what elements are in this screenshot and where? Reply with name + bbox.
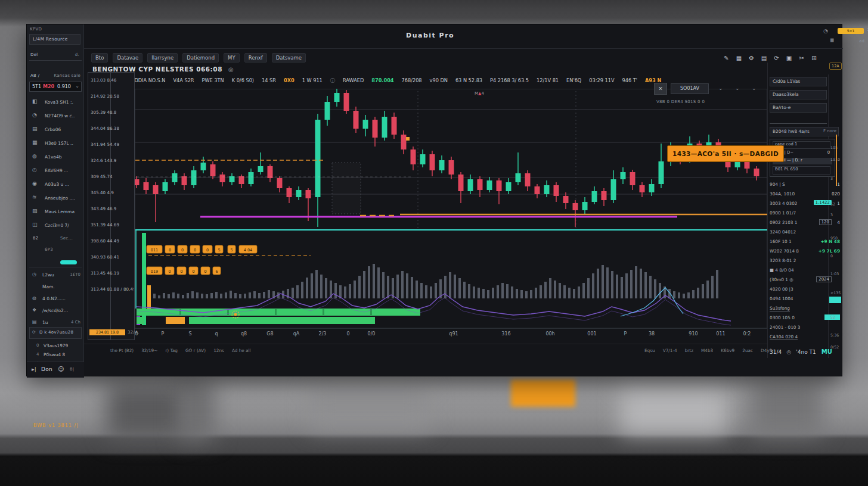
run-icon[interactable]: ▸|	[32, 366, 36, 372]
sidebar-item[interactable]: 0V3aus1979	[27, 342, 84, 350]
panel-row[interactable]: 304A, 1010020	[770, 190, 840, 198]
layout-icon[interactable]: ⊞	[808, 55, 820, 61]
panel-row[interactable]: 0900 1 01/7	[770, 209, 840, 217]
sidebar-item[interactable]: ≋Anseubjeo ....	[27, 192, 84, 205]
panel-row[interactable]: ■ 4 8/O 04	[770, 266, 840, 275]
sidebar-item[interactable]: ◍4 0.N2......	[27, 294, 84, 304]
panel-row-label: W202 7014 8	[770, 248, 799, 254]
panel-row[interactable]: CA304 020 4	[770, 333, 840, 341]
grid-icon[interactable]: ▦	[733, 55, 745, 61]
save-icon[interactable]: ▣	[783, 55, 795, 61]
sidebar-item[interactable]: ▨Maus Lemma	[27, 205, 84, 219]
clock-icon: ◎	[786, 349, 791, 355]
x-tick: 0	[346, 331, 349, 337]
chart-canvas[interactable]: 0110000554 04019000060PSqq8G8qA2/300/0q9…	[135, 89, 767, 341]
right-panel-footer[interactable]: 31/4 ◎ '4no T1 MU	[770, 345, 841, 357]
menu-item[interactable]: Datavae	[113, 53, 142, 63]
panel-row-box[interactable]: 2024	[816, 276, 832, 282]
panel-row[interactable]: 0902 2103 11204	[770, 219, 840, 227]
panel-row[interactable]: Su3sfong	[770, 304, 840, 313]
menu-item[interactable]: Bto	[91, 53, 108, 63]
info-circle-icon[interactable]: ◔	[823, 28, 828, 34]
volume-bar	[458, 278, 461, 298]
panel-row[interactable]: 3240 04012	[770, 228, 840, 236]
sidebar-item[interactable]: ◔N274O9 w c..	[27, 110, 84, 123]
layers-icon[interactable]: ▤	[758, 55, 770, 61]
scale-tick: 950	[830, 236, 838, 240]
volume-bar	[549, 278, 551, 298]
volume-bar	[406, 273, 408, 298]
sidebar-item[interactable]: ◴EAV6H9 ...	[27, 164, 84, 177]
candle-body	[287, 188, 292, 197]
cut-icon[interactable]: ✂	[795, 55, 808, 61]
sidebar-item[interactable]: ◉A03u3 u ...	[27, 178, 84, 191]
stat-item: v90 DN	[430, 77, 448, 83]
chevron-down-icon[interactable]: ⌄	[752, 85, 757, 91]
settings-row-value: 0	[827, 150, 830, 155]
sidebar-item[interactable]: ◧Kova3 SH1 :.	[27, 96, 84, 109]
symbol-selector[interactable]: 5T1 M20 0.910 ⌄	[29, 82, 82, 92]
right-panel-header-row[interactable]: C/d0a L1Vas	[770, 77, 827, 86]
volume-bar	[511, 286, 513, 298]
volume-bar	[253, 291, 256, 298]
sidebar-item[interactable]: ◷L2wu1£T0	[27, 270, 84, 281]
chart-header-icon[interactable]: ◎	[228, 66, 234, 73]
sidebar-icons-row[interactable]: 82 Sec...	[27, 234, 84, 245]
volume-bar	[311, 273, 313, 298]
sidebar-item[interactable]: ◍A1va4b	[27, 151, 84, 164]
search-row[interactable]: Del d.	[29, 51, 82, 61]
right-panel-header-row[interactable]: Ba/rto-e	[770, 103, 827, 113]
resource-box[interactable]: L/4M Resource	[29, 34, 80, 45]
panel-row[interactable]: (30m0 1 ◎2024	[770, 276, 840, 284]
panel-row-box[interactable]: 120	[819, 219, 832, 225]
sidebar-item[interactable]: Mam.	[27, 282, 84, 292]
timeframe-dropdown[interactable]: SO01AV	[671, 83, 709, 94]
right-panel-header-row[interactable]: Daaso3kela	[770, 90, 827, 99]
gear-icon[interactable]: ⚙	[745, 55, 758, 61]
sidebar-item[interactable]: ▦H3e0 1S7L ..	[27, 137, 84, 150]
sidebar-tabs[interactable]: AB / Kansas sale	[29, 73, 82, 80]
corner-chip[interactable]: 12A	[829, 63, 842, 70]
volume-bar	[416, 281, 418, 298]
titlebar-pill-button[interactable]: 5=1	[838, 28, 864, 34]
panel-row[interactable]: 904 | S1	[770, 180, 840, 189]
panel-row[interactable]: 3203 8-01 2	[770, 257, 840, 265]
chevron-down-icon[interactable]: ⌄	[735, 85, 740, 91]
panel-row[interactable]: 3003 4 03021.14221	[770, 200, 840, 208]
panel-row[interactable]: 0300 105 0	[770, 314, 840, 322]
candle-body	[525, 173, 531, 186]
panel-row[interactable]: 160F 10 1+9 N 48	[770, 238, 840, 246]
panel-row[interactable]: 24001 - 010 3	[770, 323, 840, 332]
settings-input[interactable]: B01 PL 650	[773, 166, 830, 175]
price-row: 313.03 8.46	[91, 77, 134, 83]
alert-callout[interactable]: 1433—ACO'a 5II · s—DABGID	[667, 145, 784, 162]
right-panel-filter-row[interactable]: B2048 hw8 4a/rsF nore	[770, 127, 839, 136]
panel-row[interactable]: 4020 00 |3	[770, 285, 840, 294]
menu-item[interactable]: Datsvame	[272, 53, 306, 63]
panel-row-value: 020	[832, 191, 840, 197]
panel-row-chip[interactable]: 1.1422	[814, 200, 832, 205]
refresh-icon[interactable]: ⟳	[770, 55, 783, 61]
chevron-down-icon[interactable]: ⌄	[718, 85, 723, 91]
smiley-icon[interactable]: ☺	[58, 366, 64, 372]
orange-vertical-bar	[147, 285, 151, 309]
menu-item[interactable]: Datiemond	[182, 53, 219, 63]
x-tick: 316	[501, 331, 510, 337]
scale-cyan-block[interactable]	[829, 297, 841, 303]
candle-body	[602, 191, 607, 200]
edit-icon[interactable]: ✎	[720, 55, 733, 61]
panel-row[interactable]: W202 7014 8+9 7L 69	[770, 247, 840, 256]
scale-tick: <135	[830, 291, 841, 295]
sidebar-item[interactable]: 4PGswu4 8	[27, 351, 84, 359]
right-panel-input[interactable]	[770, 119, 827, 124]
sidebar-item[interactable]: ◫Czci3=0 7/	[27, 219, 84, 232]
menu-item[interactable]: Ilarrsyne	[147, 53, 178, 63]
sidebar-item[interactable]: ❖/w/scd/o2...	[27, 306, 84, 316]
cursor-tool-icon[interactable]: ✕	[654, 83, 667, 95]
menu-item[interactable]: Renxf	[244, 53, 267, 63]
menu-item[interactable]: MY	[224, 53, 240, 63]
sidebar-pinned[interactable]: ⟳ D k 4ov7uau28	[29, 327, 82, 339]
sidebar-toggle[interactable]	[60, 260, 77, 264]
volume-bar	[683, 294, 685, 298]
sidebar-item[interactable]: ▤Crbo06	[27, 123, 84, 136]
